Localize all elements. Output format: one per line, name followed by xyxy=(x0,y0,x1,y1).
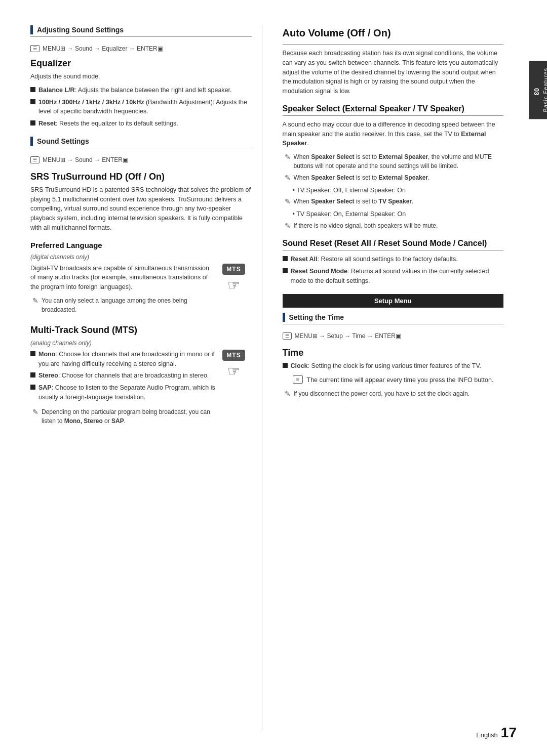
setup-menu-banner: Setup Menu xyxy=(283,294,504,308)
adjusting-sound-menu: MENU⊞ → Sound → Equalizer → ENTER▣ xyxy=(30,45,252,52)
note-pencil-icon: ✎ xyxy=(285,221,291,231)
menu-icon xyxy=(30,156,40,163)
speaker-note-1: ✎ When Speaker Select is set to External… xyxy=(283,152,504,171)
multi-track-note: ✎ Depending on the particular program be… xyxy=(30,407,216,426)
bullet-reset-text: Reset: Resets the equalizer to its defau… xyxy=(38,119,178,129)
note-pencil-icon: ✎ xyxy=(32,296,38,314)
speaker-note-4: ✎ If there is no video signal, both spea… xyxy=(283,221,504,231)
speaker-select-title: Speaker Select (External Speaker / TV Sp… xyxy=(283,104,464,113)
setting-time-title: Setting the Time xyxy=(289,313,344,321)
blue-bar-icon xyxy=(30,25,33,34)
speaker-note-3: ✎ When Speaker Select is set to TV Speak… xyxy=(283,197,504,207)
auto-volume-heading-line: Auto Volume (Off / On) xyxy=(283,25,504,45)
multi-track-mts-graphic: MTS ☞ xyxy=(216,350,252,380)
preferred-language-section: Preferred Language (digital channels onl… xyxy=(30,241,252,317)
bullet-reset: Reset: Resets the equalizer to its defau… xyxy=(30,119,252,129)
bullet-balance-text: Balance L/R: Adjusts the balance between… xyxy=(38,86,232,95)
preferred-language-note-text: You can only select a language among the… xyxy=(42,296,216,314)
time-bullets: Clock: Setting the clock is for using va… xyxy=(283,361,504,371)
auto-volume-description: Because each broadcasting station has it… xyxy=(283,49,504,96)
srs-title: SRS TruSurround HD (Off / On) xyxy=(30,172,252,182)
bullet-icon xyxy=(30,87,35,92)
multi-track-content: Mono: Choose for channels that are broad… xyxy=(30,350,252,428)
preferred-language-text: Digital-TV broadcasts are capable of sim… xyxy=(30,264,216,317)
equalizer-section: Equalizer Adjusts the sound mode. Balanc… xyxy=(30,58,252,129)
auto-volume-section: Auto Volume (Off / On) Because each broa… xyxy=(283,25,504,96)
equalizer-description: Adjusts the sound mode. xyxy=(30,72,252,81)
main-content: Adjusting Sound Settings MENU⊞ → Sound →… xyxy=(0,0,529,756)
sound-settings-heading: Sound Settings xyxy=(30,137,252,148)
bullet-icon xyxy=(283,256,288,261)
note-pencil-icon: ✎ xyxy=(32,407,38,426)
blue-bar-icon xyxy=(30,137,33,146)
preferred-language-subtitle: (digital channels only) xyxy=(30,253,252,262)
bullet-reset-all: Reset All: Restore all sound settings to… xyxy=(283,255,504,264)
setting-time-menu: MENU⊞ → Setup → Time → ENTER▣ xyxy=(283,332,504,340)
bullet-icon xyxy=(30,120,35,125)
adjusting-sound-title: Adjusting Sound Settings xyxy=(37,26,124,34)
footer: English 17 xyxy=(476,725,517,741)
bullet-mono: Mono: Choose for channels that are broad… xyxy=(30,350,216,369)
setting-time-menu-path: MENU⊞ → Setup → Time → ENTER▣ xyxy=(295,332,401,340)
time-section: Time Clock: Setting the clock is for usi… xyxy=(283,348,504,399)
bullet-icon xyxy=(283,363,288,368)
sound-reset-heading-line: Sound Reset (Reset All / Reset Sound Mod… xyxy=(283,239,504,250)
auto-volume-title: Auto Volume (Off / On) xyxy=(283,27,391,39)
chapter-number: 03 xyxy=(533,88,540,95)
mts-button-2: MTS xyxy=(222,350,245,361)
srs-section: SRS TruSurround HD (Off / On) SRS TruSur… xyxy=(30,172,252,233)
right-column: Auto Volume (Off / On) Because each broa… xyxy=(278,25,504,731)
footer-english-text: English xyxy=(476,731,498,739)
bullet-icon xyxy=(283,268,288,273)
sound-settings-menu: MENU⊞ → Sound → ENTER▣ xyxy=(30,156,252,163)
speaker-select-section: Speaker Select (External Speaker / TV Sp… xyxy=(283,104,504,231)
bullet-stereo: Stereo: Choose for channels that are bro… xyxy=(30,371,216,381)
bullet-reset-mode: Reset Sound Mode: Returns all sound valu… xyxy=(283,267,504,286)
multi-track-bullets: Mono: Choose for channels that are broad… xyxy=(30,350,216,402)
menu-icon xyxy=(30,45,40,52)
note-pencil-icon: ✎ xyxy=(285,152,291,171)
speaker-note-2: ✎ When Speaker Select is set to External… xyxy=(283,173,504,183)
bullet-icon xyxy=(30,385,35,390)
page: 03 Basic Features Adjusting Sound Settin… xyxy=(0,0,547,756)
bullet-balance: Balance L/R: Adjusts the balance between… xyxy=(30,86,252,95)
equalizer-title: Equalizer xyxy=(30,58,252,69)
hand-pointing-icon-2: ☞ xyxy=(227,363,240,380)
speaker-select-description: A sound echo may occur due to a differen… xyxy=(283,120,504,148)
mts-button: MTS xyxy=(222,264,245,275)
bullet-icon xyxy=(30,372,35,377)
bullet-sap: SAP: Choose to listen to the Separate Au… xyxy=(30,383,216,402)
multi-track-title: Multi-Track Sound (MTS) xyxy=(30,325,252,335)
note-pencil-icon: ✎ xyxy=(285,197,291,207)
sound-reset-title: Sound Reset (Reset All / Reset Sound Mod… xyxy=(283,239,487,247)
preferred-language-description: Digital-TV broadcasts are capable of sim… xyxy=(30,264,216,292)
preferred-mts-graphic: MTS ☞ xyxy=(216,264,252,293)
preferred-language-title: Preferred Language xyxy=(30,241,252,249)
multi-track-subtitle: (analog channels only) xyxy=(30,339,252,348)
blue-bar-icon xyxy=(283,313,285,322)
srs-description: SRS TruSurround HD is a patented SRS tec… xyxy=(30,185,252,233)
bullet-icon xyxy=(30,99,35,104)
preferred-language-note: ✎ You can only select a language among t… xyxy=(30,296,216,314)
chapter-tab: 03 Basic Features xyxy=(529,61,547,119)
multi-track-bullets-block: Mono: Choose for channels that are broad… xyxy=(30,350,216,428)
adjusting-sound-menu-path: MENU⊞ → Sound → Equalizer → ENTER▣ xyxy=(43,45,163,52)
chapter-label: Basic Features xyxy=(542,68,547,112)
speaker-sub-1: TV Speaker: Off, External Speaker: On xyxy=(283,186,504,195)
bullet-freq-text: 100Hz / 300Hz / 1kHz / 3kHz / 10kHz (Ban… xyxy=(38,98,252,117)
speaker-select-heading-line: Speaker Select (External Speaker / TV Sp… xyxy=(283,104,504,116)
left-column: Adjusting Sound Settings MENU⊞ → Sound →… xyxy=(30,25,262,731)
menu-icon xyxy=(283,332,292,340)
bullet-freq: 100Hz / 300Hz / 1kHz / 3kHz / 10kHz (Ban… xyxy=(30,98,252,117)
hand-pointing-icon: ☞ xyxy=(227,277,240,293)
menu-icon-small: ☰ xyxy=(293,375,303,384)
time-note2: ✎ If you disconnect the power cord, you … xyxy=(283,389,504,399)
sound-reset-bullets: Reset All: Restore all sound settings to… xyxy=(283,255,504,285)
sound-settings-menu-path: MENU⊞ → Sound → ENTER▣ xyxy=(43,156,128,163)
preferred-language-content: Digital-TV broadcasts are capable of sim… xyxy=(30,264,252,317)
footer-page-number: 17 xyxy=(501,725,517,741)
sound-settings-title: Sound Settings xyxy=(37,137,89,145)
time-note-box: ☰ The current time will appear every tim… xyxy=(283,375,504,385)
bullet-clock: Clock: Setting the clock is for using va… xyxy=(283,361,504,371)
bullet-icon xyxy=(30,351,35,356)
